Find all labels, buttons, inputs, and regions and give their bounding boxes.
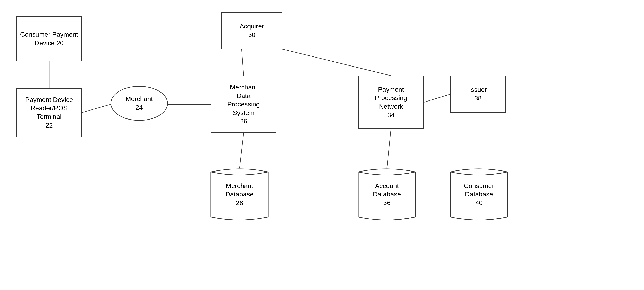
account-database-shape: AccountDatabase36 (354, 168, 420, 221)
consumer-database-shape: ConsumerDatabase40 (446, 168, 512, 221)
connectors (0, 0, 644, 290)
svg-line-3 (242, 49, 244, 76)
payment-device-reader-box: Payment DeviceReader/POSTerminal22 (16, 88, 82, 137)
payment-processing-network-label: PaymentProcessingNetwork34 (375, 85, 407, 119)
svg-line-6 (424, 94, 450, 102)
svg-line-5 (240, 133, 244, 168)
issuer-box: Issuer38 (450, 76, 506, 112)
svg-line-4 (282, 49, 391, 76)
svg-line-1 (82, 104, 110, 112)
account-database-label: AccountDatabase36 (373, 182, 401, 207)
issuer-label: Issuer38 (469, 86, 487, 102)
acquirer-label: Acquirer30 (240, 22, 264, 39)
svg-line-7 (387, 129, 391, 168)
merchant-ellipse: Merchant24 (110, 86, 168, 121)
merchant-label: Merchant24 (126, 95, 153, 112)
payment-processing-network-box: PaymentProcessingNetwork34 (358, 76, 424, 129)
merchant-database-shape: MerchantDatabase28 (207, 168, 272, 221)
consumer-database-label: ConsumerDatabase40 (464, 182, 494, 207)
acquirer-box: Acquirer30 (221, 12, 282, 49)
merchant-data-processing-label: MerchantDataProcessingSystem26 (228, 83, 260, 126)
diagram-container: Consumer Payment Device 20 Payment Devic… (0, 0, 644, 290)
payment-device-reader-label: Payment DeviceReader/POSTerminal22 (26, 96, 73, 130)
merchant-data-processing-box: MerchantDataProcessingSystem26 (211, 76, 276, 133)
consumer-payment-device-box: Consumer Payment Device 20 (16, 16, 82, 62)
consumer-payment-device-label: Consumer Payment Device 20 (19, 30, 79, 47)
merchant-database-label: MerchantDatabase28 (226, 182, 254, 207)
